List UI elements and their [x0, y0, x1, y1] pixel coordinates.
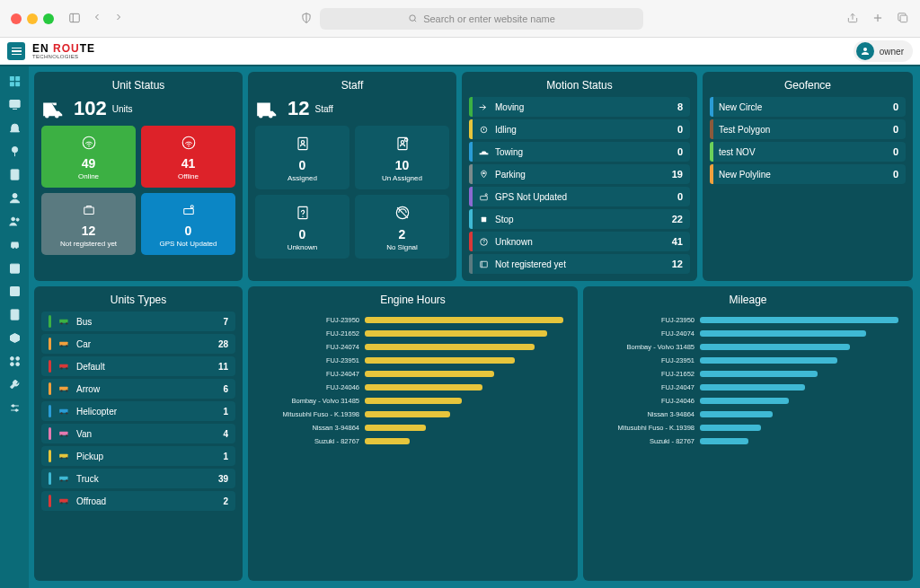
motion-value: 0 [677, 191, 683, 202]
menu-toggle-button[interactable] [7, 42, 25, 60]
motion-row[interactable]: Stop 22 [469, 209, 690, 229]
sidebar-item-timesheets[interactable] [4, 303, 25, 325]
tile-assigned[interactable]: 0 Assigned [255, 126, 349, 189]
tile-gps-not-updated[interactable]: 0 GPS Not Updated [141, 193, 235, 255]
svg-point-29 [10, 362, 13, 365]
unit-type-label: Default [76, 362, 218, 372]
window-close-button[interactable] [11, 13, 22, 24]
sidebar-item-dashboard[interactable] [4, 70, 25, 92]
window-minimize-button[interactable] [27, 13, 38, 24]
geofence-row[interactable]: test NOV 0 [710, 142, 906, 162]
chart-bar [365, 438, 410, 444]
unit-type-row[interactable]: Truck 39 [41, 469, 235, 488]
unit-types-card: Units Types Bus 7 Car 28 Default 11 Arro… [34, 286, 243, 581]
chart-row: FUJ-24046 [259, 382, 567, 392]
motion-row[interactable]: Not registered yet 12 [469, 254, 690, 274]
unit-type-value: 4 [223, 429, 228, 439]
sidebar-item-settings[interactable] [4, 397, 25, 418]
geofence-row[interactable]: New Polyline 0 [710, 164, 906, 184]
sidebar-item-monitor[interactable] [4, 93, 25, 115]
motion-icon [478, 169, 490, 180]
sidebar-item-pin[interactable] [4, 140, 25, 162]
motion-row[interactable]: Parking 19 [469, 164, 690, 184]
svg-rect-64 [59, 342, 67, 346]
svg-rect-59 [481, 261, 488, 268]
nav-forward-icon[interactable] [113, 12, 124, 26]
tile-offline[interactable]: 41 Offline [141, 126, 235, 188]
share-icon[interactable] [846, 12, 859, 26]
sidebar-item-geofence[interactable] [4, 327, 25, 348]
sidebar-item-schedule[interactable] [4, 257, 25, 278]
vehicle-icon [58, 407, 71, 416]
unit-type-value: 2 [223, 496, 228, 506]
chart-bar [700, 317, 898, 323]
motion-icon [478, 214, 490, 225]
unit-type-row[interactable]: Car 28 [41, 334, 235, 354]
svg-point-28 [15, 356, 19, 360]
unit-type-row[interactable]: Offroad 2 [41, 491, 235, 511]
svg-rect-22 [10, 264, 19, 273]
chart-row: FUJ-23951 [594, 355, 902, 365]
chart-label: FUJ-21652 [259, 329, 359, 338]
sidebar-toggle-icon[interactable] [68, 12, 81, 26]
tile-unknown[interactable]: 0 Unknown [255, 195, 349, 259]
unit-type-row[interactable]: Van 4 [41, 424, 235, 443]
sidebar-item-jobs[interactable] [4, 280, 25, 302]
tabs-icon[interactable] [897, 12, 909, 26]
sidebar-item-notifications[interactable] [4, 117, 25, 138]
unit-type-label: Pickup [76, 452, 223, 461]
shield-icon[interactable] [300, 12, 313, 26]
motion-row[interactable]: ? Unknown 41 [469, 232, 690, 251]
svg-line-4 [414, 20, 416, 22]
user-label: owner [880, 47, 904, 57]
geofence-row[interactable]: Test Polygon 0 [710, 119, 906, 139]
unit-type-row[interactable]: Bus 7 [41, 312, 235, 331]
app-topbar: EN ROUTE TECHNOLOGIES owner [0, 38, 920, 66]
geofence-label: New Polyline [719, 170, 893, 180]
tile-no-signal[interactable]: 2 No Signal [355, 195, 449, 259]
url-placeholder: Search or enter website name [423, 13, 555, 24]
sidebar-item-commands[interactable] [4, 350, 25, 372]
tile-online[interactable]: 49 Online [41, 126, 136, 188]
chart-label: Mitusubhi Fuso - K.19398 [594, 424, 694, 432]
brand-logo: EN ROUTE TECHNOLOGIES [32, 41, 95, 61]
geofence-row[interactable]: New Circle 0 [710, 97, 906, 117]
svg-rect-56 [482, 216, 486, 221]
motion-row[interactable]: Towing 0 [469, 142, 690, 162]
motion-row[interactable]: Moving 8 [469, 97, 690, 117]
motion-row[interactable]: GPS Not Updated 0 [469, 187, 690, 206]
sidebar-item-vehicles[interactable] [4, 233, 25, 255]
motion-value: 19 [672, 169, 683, 180]
chart-label: Nissan 3-94864 [594, 410, 694, 418]
url-bar[interactable]: Search or enter website name [320, 8, 643, 30]
geofence-label: Test Polygon [719, 125, 893, 135]
card-title: Motion Status [469, 79, 690, 92]
sidebar-nav [0, 66, 29, 588]
sidebar-item-reports[interactable] [4, 163, 25, 185]
new-tab-icon[interactable] [871, 12, 884, 26]
window-maximize-button[interactable] [43, 13, 54, 24]
geofence-label: test NOV [719, 147, 893, 157]
svg-point-26 [13, 312, 16, 316]
satellite-icon [394, 204, 411, 222]
motion-row[interactable]: Idling 0 [469, 119, 690, 139]
chart-bar [700, 357, 837, 364]
card-title: Geofence [710, 79, 906, 92]
user-menu[interactable]: owner [854, 40, 913, 62]
sidebar-item-maintenance[interactable] [4, 373, 25, 395]
unit-type-row[interactable]: Default 11 [41, 356, 235, 376]
sidebar-item-users[interactable] [4, 187, 25, 208]
wifi-off-icon [180, 135, 198, 151]
sidebar-item-drivers[interactable] [4, 210, 25, 232]
card-title: Engine Hours [255, 294, 571, 306]
nav-back-icon[interactable] [92, 12, 102, 26]
chart-bar [365, 357, 515, 364]
unit-type-row[interactable]: Arrow 6 [41, 379, 235, 399]
tile-unassigned[interactable]: 10 Un Assigned [355, 126, 449, 189]
unit-type-row[interactable]: Pickup 1 [41, 446, 235, 466]
truck-icon [41, 99, 68, 118]
tile-not-registered[interactable]: 12 Not registered yet [41, 193, 136, 255]
chart-bar [365, 330, 547, 337]
unit-type-row[interactable]: Helicopter 1 [41, 401, 235, 421]
chart-row: FUJ-24046 [594, 396, 902, 406]
